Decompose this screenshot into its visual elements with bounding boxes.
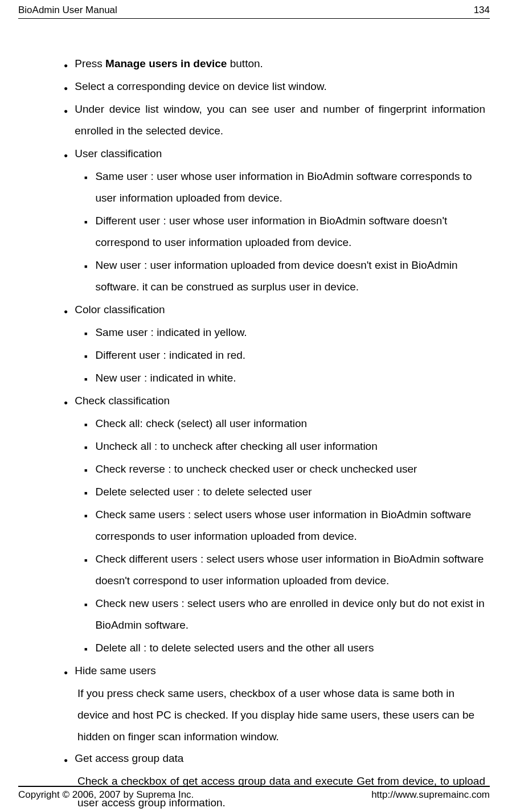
sub-text: Check reverse : to uncheck checked user … xyxy=(95,458,485,480)
sub-bullet-icon: ■ xyxy=(84,511,87,547)
sub-item: ■ Delete all : to delete selected users … xyxy=(84,637,485,659)
bullet-text: Check classification xyxy=(75,390,485,412)
sub-bullet-icon: ■ xyxy=(84,555,87,592)
bullet-text: Select a corresponding device on device … xyxy=(75,76,485,97)
sub-item: ■ Check reverse : to uncheck checked use… xyxy=(84,458,485,480)
page-content: ● Press Manage users in device button. ●… xyxy=(18,53,490,812)
sub-bullet-icon: ■ xyxy=(84,600,87,636)
sub-text: Same user : indicated in yellow. xyxy=(95,322,485,343)
page-header: BioAdmin User Manual 134 xyxy=(18,0,490,19)
bullet-item: ● Get access group data xyxy=(64,748,485,769)
sub-bullet-icon: ■ xyxy=(84,420,87,434)
sub-text: New user : indicated in white. xyxy=(95,367,485,389)
sub-list: ■ Same user : user whose user informatio… xyxy=(64,166,485,298)
bullet-text: Press Manage users in device button. xyxy=(75,53,485,75)
sub-text: Check same users : select users whose us… xyxy=(95,504,485,547)
sub-list: ■ Same user : indicated in yellow. ■ Dif… xyxy=(64,322,485,389)
bullet-icon: ● xyxy=(64,104,68,142)
sub-item: ■ New user : user information uploaded f… xyxy=(84,255,485,298)
sub-text: New user : user information uploaded fro… xyxy=(95,255,485,298)
sub-bullet-icon: ■ xyxy=(84,488,87,503)
bullet-text: Color classification xyxy=(75,299,485,321)
sub-bullet-icon: ■ xyxy=(84,173,87,209)
sub-item: ■ Same user : user whose user informatio… xyxy=(84,166,485,209)
sub-item: ■ Same user : indicated in yellow. xyxy=(84,322,485,343)
sub-item: ■ Uncheck all : to uncheck after checkin… xyxy=(84,436,485,457)
footer-url: http://www.supremainc.com xyxy=(371,789,490,801)
sub-item: ■ Different user : user whose user infor… xyxy=(84,210,485,253)
bullet-item: ● Press Manage users in device button. xyxy=(64,53,485,75)
sub-item: ■ Check new users : select users who are… xyxy=(84,593,485,636)
bullet-icon: ● xyxy=(64,305,68,321)
sub-text: Check different users : select users who… xyxy=(95,548,485,592)
bullet-text: Under device list window, you can see us… xyxy=(75,99,485,142)
bullet-icon: ● xyxy=(64,81,68,97)
sub-item: ■ Delete selected user : to delete selec… xyxy=(84,481,485,503)
sub-text: Delete selected user : to delete selecte… xyxy=(95,481,485,503)
sub-bullet-icon: ■ xyxy=(84,442,87,457)
footer-copyright: Copyright © 2006, 2007 by Suprema Inc. xyxy=(18,789,194,801)
bullet-item: ● Hide same users xyxy=(64,660,485,682)
bullet-icon: ● xyxy=(64,396,68,412)
bullet-item: ● Check classification xyxy=(64,390,485,412)
bullet-paragraph: If you press check same users, checkbox … xyxy=(64,683,485,748)
bullet-text: User classification xyxy=(75,143,485,165)
bullet-text: Get access group data xyxy=(75,748,485,769)
sub-item: ■ Check all: check (select) all user inf… xyxy=(84,413,485,434)
sub-text: Different user : indicated in red. xyxy=(95,345,485,366)
sub-bullet-icon: ■ xyxy=(84,374,87,389)
sub-bullet-icon: ■ xyxy=(84,351,87,366)
bullet-icon: ● xyxy=(64,666,68,682)
sub-text: Check all: check (select) all user infor… xyxy=(95,413,485,434)
sub-list: ■ Check all: check (select) all user inf… xyxy=(64,413,485,659)
bullet-item: ● Under device list window, you can see … xyxy=(64,99,485,142)
page-footer: Copyright © 2006, 2007 by Suprema Inc. h… xyxy=(18,786,490,801)
bullet-item: ● Color classification xyxy=(64,299,485,321)
sub-text: Uncheck all : to uncheck after checking … xyxy=(95,436,485,457)
sub-item: ■ Check same users : select users whose … xyxy=(84,504,485,547)
sub-bullet-icon: ■ xyxy=(84,644,87,659)
sub-text: Delete all : to delete selected users an… xyxy=(95,637,485,659)
bullet-item: ● Select a corresponding device on devic… xyxy=(64,76,485,97)
header-title: BioAdmin User Manual xyxy=(18,5,117,16)
sub-bullet-icon: ■ xyxy=(84,329,87,343)
sub-item: ■ Check different users : select users w… xyxy=(84,548,485,592)
sub-item: ■ Different user : indicated in red. xyxy=(84,345,485,366)
bullet-icon: ● xyxy=(64,753,68,769)
sub-text: Same user : user whose user information … xyxy=(95,166,485,209)
sub-bullet-icon: ■ xyxy=(84,465,87,480)
bullet-text: Hide same users xyxy=(75,660,485,682)
bullet-icon: ● xyxy=(64,149,68,165)
bullet-item: ● User classification xyxy=(64,143,485,165)
sub-bullet-icon: ■ xyxy=(84,261,87,298)
sub-item: ■ New user : indicated in white. xyxy=(84,367,485,389)
bullet-icon: ● xyxy=(64,59,68,75)
sub-bullet-icon: ■ xyxy=(84,217,87,253)
sub-text: Different user : user whose user informa… xyxy=(95,210,485,253)
page-number: 134 xyxy=(474,5,490,16)
sub-text: Check new users : select users who are e… xyxy=(95,593,485,636)
